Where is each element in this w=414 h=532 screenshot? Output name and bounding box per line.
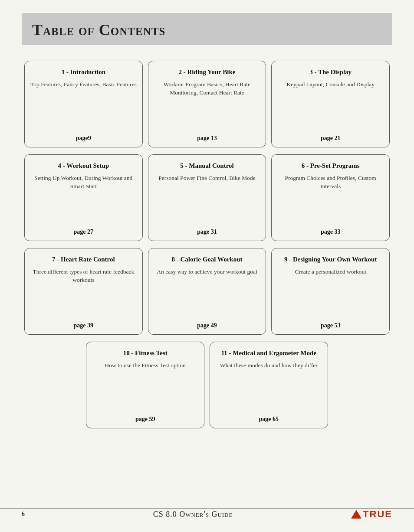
toc-card-6: 6 - Pre-Set Programs Program Choices and… [271, 154, 390, 241]
logo-text: TRUE [363, 509, 392, 520]
toc-card-4: 4 - Workout Setup Setting Up Workout, Du… [24, 154, 143, 241]
card-3-page: page 21 [277, 135, 384, 142]
toc-row-2: 4 - Workout Setup Setting Up Workout, Du… [22, 152, 392, 244]
footer-page-number: 6 [22, 511, 35, 518]
footer: 6 CS 8.0 Owner's Guide TRUE [0, 508, 414, 520]
card-11-title: 11 - Medical and Ergometer Mode [221, 349, 316, 358]
footer-logo: TRUE [351, 509, 392, 520]
card-6-title: 6 - Pre-Set Programs [302, 162, 360, 170]
card-9-title: 9 - Designing Your Own Workout [284, 255, 377, 264]
toc-card-2: 2 - Riding Your Bike Workout Program Bas… [148, 61, 266, 147]
card-8-page: page 49 [154, 322, 261, 329]
toc-row-1: 1 - Introduction Top Features, Fancy Fea… [22, 58, 392, 150]
toc-card-3: 3 - The Display Keypad Layout, Console a… [271, 61, 390, 147]
card-7-title: 7 - Heart Rate Control [52, 255, 115, 264]
page-title: Table of Contents [32, 21, 382, 39]
card-5-page: page 31 [154, 228, 261, 235]
footer-guide-title: CS 8.0 Owner's Guide [35, 510, 351, 519]
card-4-page: page 27 [30, 228, 137, 235]
toc-card-1: 1 - Introduction Top Features, Fancy Fea… [24, 61, 143, 147]
card-1-title: 1 - Introduction [62, 68, 105, 77]
toc-card-8: 8 - Calorie Goal Workout An easy way to … [148, 248, 266, 335]
card-1-desc: Top Features, Fancy Features, Basic Feat… [30, 80, 137, 130]
card-11-desc: What these modes do and how they differ [220, 361, 318, 411]
toc-row-4: 10 - Fitness Test How to use the Fitness… [83, 339, 330, 431]
logo-triangle-icon [351, 510, 361, 519]
toc-card-11: 11 - Medical and Ergometer Mode What the… [210, 342, 328, 428]
card-3-desc: Keypad Layout, Console and Display [286, 80, 375, 130]
card-10-title: 10 - Fitness Test [123, 349, 168, 358]
card-5-desc: Personal Power Fine Control, Bike Mode [158, 174, 255, 224]
card-2-title: 2 - Riding Your Bike [179, 68, 236, 77]
card-9-page: page 53 [277, 322, 384, 329]
toc-card-5: 5 - Manual Control Personal Power Fine C… [148, 154, 266, 241]
card-6-desc: Program Choices and Profiles, Custom Int… [277, 174, 384, 224]
title-section: Table of Contents [22, 13, 392, 45]
card-4-title: 4 - Workout Setup [58, 162, 109, 170]
toc-card-9: 9 - Designing Your Own Workout Create a … [271, 248, 390, 335]
card-6-page: page 33 [277, 228, 384, 235]
card-7-desc: Three different types of heart rate feed… [30, 268, 137, 317]
card-10-page: page 59 [92, 416, 199, 423]
card-8-title: 8 - Calorie Goal Workout [171, 255, 242, 264]
card-3-title: 3 - The Display [309, 68, 352, 77]
toc-card-7: 7 - Heart Rate Control Three different t… [24, 248, 143, 335]
toc-row-3: 7 - Heart Rate Control Three different t… [22, 245, 392, 337]
card-8-desc: An easy way to achieve your workout goal [157, 268, 257, 317]
card-1-page: page9 [30, 135, 137, 142]
card-11-page: page 65 [215, 416, 322, 423]
card-2-page: page 13 [154, 135, 261, 142]
card-7-page: page 39 [30, 322, 137, 329]
card-10-desc: How to use the Fitness Test option [105, 361, 186, 411]
card-5-title: 5 - Manual Control [180, 162, 233, 170]
card-9-desc: Create a personalized workout [295, 268, 366, 317]
card-2-desc: Workout Program Basics, Heart Rate Monit… [154, 80, 261, 130]
card-4-desc: Setting Up Workout, During Workout and S… [30, 174, 137, 224]
toc-card-10: 10 - Fitness Test How to use the Fitness… [86, 342, 204, 428]
page: Table of Contents 1 - Introduction Top F… [0, 0, 414, 532]
